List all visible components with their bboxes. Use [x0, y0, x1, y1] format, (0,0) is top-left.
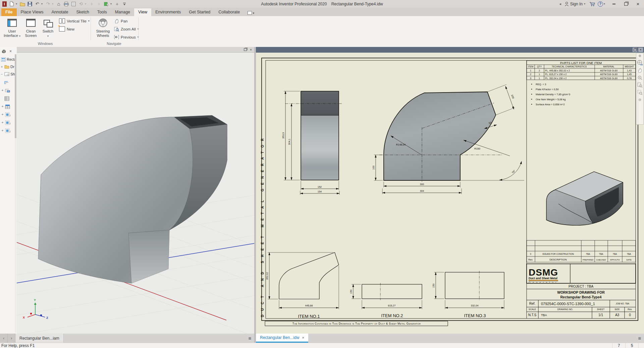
svg-text:DESCRIPTION: DESCRIPTION [549, 258, 567, 261]
tab-get-started[interactable]: Get Started [185, 8, 214, 16]
switch-icon [44, 19, 52, 26]
restore-button[interactable] [621, 1, 631, 7]
browser-item-border[interactable] [4, 79, 10, 85]
tab-annotate[interactable]: Annotate [47, 8, 72, 16]
expand-icon[interactable]: + [1, 113, 4, 116]
ribbon-appearance-toggle[interactable]: ▾ [246, 10, 256, 16]
svg-text:Surface Area = 0,658 m^2: Surface Area = 0,658 m^2 [536, 103, 565, 106]
replay-icon[interactable]: ⟲ [77, 1, 84, 7]
tab-scroll-left-icon[interactable]: ‹ [0, 334, 8, 343]
ilogic-trigger-icon[interactable] [88, 1, 95, 7]
drawing-viewport[interactable]: DUCT AND SHEET METAL GENERATOR PARTS LIS… [256, 47, 644, 334]
browser-item-view1[interactable]: + I [1, 111, 10, 117]
tab-file[interactable]: File [1, 8, 17, 16]
tab-close-icon[interactable]: × [302, 336, 304, 340]
parts-list-title: PARTS LIST FOR ONE ITEM [560, 61, 602, 65]
drawing-view-icon: I [5, 112, 10, 117]
previous-view-button[interactable]: Previous▾ [114, 34, 139, 40]
tab-list-menu-icon[interactable]: ≡ [635, 334, 644, 343]
document-settings-icon[interactable] [70, 1, 77, 7]
close-button[interactable]: × [633, 1, 643, 7]
collapse-arrow-icon[interactable]: ◄ [559, 2, 562, 6]
dimension-label: 100 [372, 166, 375, 170]
zoom-icon[interactable] [637, 75, 643, 80]
tab-environments[interactable]: Environments [151, 8, 185, 16]
save-icon[interactable] [26, 1, 33, 7]
minimize-button[interactable] [609, 1, 619, 7]
zoom-window-icon[interactable] [637, 90, 643, 95]
undo-icon[interactable]: ↶ [34, 1, 41, 7]
redo-icon[interactable]: ↷ [45, 1, 51, 7]
sign-in-control[interactable]: Sign In ▾ [565, 2, 587, 6]
navbar-menu-icon[interactable]: ⊖ [638, 98, 641, 102]
user-interface-button[interactable]: User Interface ▾ [3, 17, 21, 38]
model-window-close-button[interactable]: × [249, 48, 253, 52]
browser-item-root[interactable]: Recta [1, 56, 16, 62]
collapse-icon[interactable]: − [0, 72, 3, 76]
browser-item-view3[interactable]: + I [1, 127, 10, 133]
tab-assembly-document[interactable]: Rectangular Ben...iam [15, 334, 64, 343]
steering-wheels-button[interactable]: Steering Wheels [94, 17, 112, 38]
undo-caret-icon[interactable]: ▾ [41, 2, 44, 5]
replay-caret-icon[interactable]: ▾ [85, 2, 88, 5]
browser-item-table[interactable] [4, 95, 10, 101]
tab-scroll-right-icon[interactable]: › [8, 334, 15, 343]
drawing-window-restore-button[interactable] [633, 48, 637, 52]
browser-cube-icon[interactable] [1, 49, 6, 54]
browser-item-parts-list[interactable]: + [1, 103, 10, 109]
drawing-window-close-button[interactable]: × [638, 48, 643, 52]
model-3d-viewport[interactable]: Y X Z [17, 47, 254, 334]
print-icon[interactable] [63, 1, 69, 7]
appearance-override-icon[interactable] [103, 1, 110, 7]
browser-scrollbar[interactable] [15, 54, 16, 333]
browser-item-title-block[interactable]: + [1, 87, 10, 93]
customize-qat-icon[interactable] [121, 1, 128, 7]
tab-place-views[interactable]: Place Views [17, 8, 48, 16]
tab-drawing-document[interactable]: Rectangular Ben...idw × [256, 334, 308, 343]
browser-item-drawing-resources[interactable]: + Dr [0, 64, 14, 70]
steering-wheels-icon [98, 18, 108, 27]
zoom-all-icon[interactable] [637, 82, 643, 88]
browser-close-icon[interactable]: × [9, 49, 12, 54]
appearance-caret-icon[interactable]: ▾ [110, 2, 113, 5]
clean-screen-button[interactable]: Clean Screen [22, 17, 40, 38]
browser-item-sheet[interactable]: − Sh [0, 71, 15, 77]
vertical-tile-button[interactable]: Vertical Tile▾ [59, 18, 90, 24]
expand-icon[interactable]: + [1, 105, 4, 108]
steering-wheel-2d-icon[interactable]: 2D [637, 60, 643, 66]
ribbon-tab-row: File Place Views Annotate Sketch Tools M… [0, 8, 644, 16]
pan-icon[interactable] [637, 68, 643, 73]
tab-sketch[interactable]: Sketch [72, 8, 93, 16]
svg-text:Material Density = 7,85 g/cm^3: Material Density = 7,85 g/cm^3 [536, 93, 570, 96]
open-icon[interactable] [19, 1, 26, 7]
tab-view[interactable]: View [134, 8, 151, 16]
navbar-close-icon[interactable]: ⊗ [638, 54, 641, 58]
model-window-restore-button[interactable] [243, 48, 248, 52]
zoom-all-button[interactable]: Zoom All▾ [114, 26, 139, 32]
expand-icon[interactable]: + [1, 129, 4, 132]
expand-icon[interactable]: + [1, 121, 4, 124]
inventor-logo-icon[interactable]: I [1, 1, 8, 7]
assembly-tab-label: Rectangular Ben...iam [19, 336, 59, 341]
user-interface-icon [7, 19, 17, 27]
tab-tools[interactable]: Tools [93, 8, 111, 16]
new-file-icon[interactable] [8, 1, 15, 7]
cart-icon[interactable] [589, 2, 595, 6]
redo-caret-icon[interactable]: ▾ [52, 2, 55, 5]
new-window-button[interactable]: New [59, 26, 74, 32]
switch-button[interactable]: Switch▾ [40, 17, 56, 38]
expand-icon[interactable]: + [1, 89, 4, 92]
home-icon[interactable]: ⌂ [55, 1, 62, 7]
help-control[interactable]: ? ▾ [598, 1, 606, 7]
expand-icon[interactable]: + [0, 65, 3, 69]
pan-button[interactable]: Pan [114, 18, 127, 24]
tab-manage[interactable]: Manage [111, 8, 134, 16]
tab-collaborate[interactable]: Collaborate [214, 8, 244, 16]
new-file-caret-icon[interactable]: ▾ [16, 2, 18, 5]
ilogic-event-icon[interactable] [96, 1, 102, 7]
browser-item-view2[interactable]: + I [1, 119, 10, 125]
tab-list-menu-icon[interactable]: ≡ [246, 334, 254, 343]
add-command-icon[interactable]: + [114, 1, 120, 7]
svg-text:2D: 2D [640, 64, 643, 66]
size-value: A3 [615, 313, 620, 317]
